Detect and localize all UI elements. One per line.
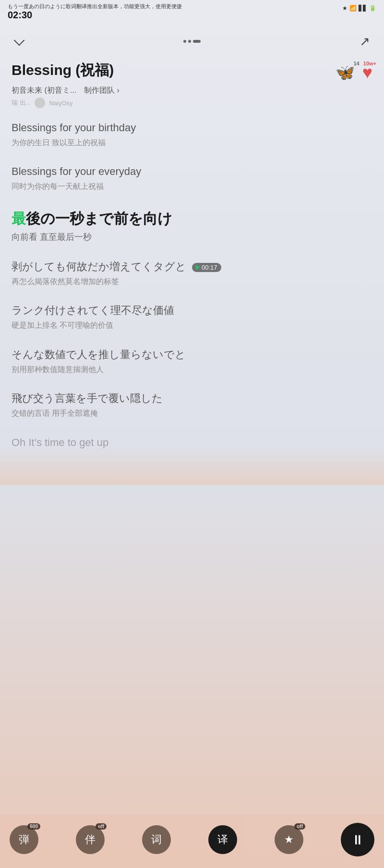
danmaku-badge: 600 [27, 823, 40, 830]
lyric-original-2: Blessings for your everyday [12, 163, 372, 179]
lyric-block-8: Oh It's time to get up [12, 434, 372, 450]
status-bar: もう一度あの日のように歌词翻译推出全新版本，功能更强大，使用更便捷 02:30 … [0, 0, 384, 27]
lyric-block-2: Blessings for your everyday 同时为你的每一天献上祝福 [12, 163, 372, 192]
status-left: もう一度あの日のように歌词翻译推出全新版本，功能更强大，使用更便捷 02:30 [8, 3, 182, 21]
words-icon: 词 [151, 832, 162, 847]
lyric-translation-7: 交错的言语 用手全部遮掩 [12, 408, 372, 419]
lyric-original-1: Blessings for your birthday [12, 120, 372, 136]
lyric-translation-6: 别用那种数值随意揣测他人 [12, 364, 372, 375]
lyric-original-8: Oh It's time to get up [12, 434, 372, 450]
song-title: Blessing (祝福) [12, 61, 336, 80]
heart-button[interactable]: ♥ 10w+ [362, 62, 372, 83]
bluetooth-icon: ★ [342, 5, 348, 12]
lyric-highlight: 最 [12, 211, 26, 226]
lyric-block-6: そんな数値で人を推し量らないでと 别用那种数值随意揣测他人 [12, 347, 372, 375]
accompaniment-badge: off [96, 823, 107, 830]
back-button[interactable] [10, 32, 29, 51]
lyric-original-7: 飛び交う言葉を手で覆い隠した [12, 390, 372, 406]
lyrics-fade [0, 446, 384, 485]
star-button[interactable]: ★ off [275, 825, 303, 854]
nav-dots[interactable] [183, 40, 201, 43]
lyric-block-5: ランク付けされてく理不尽な価値 硬是加上排名 不可理喻的价值 [12, 302, 372, 331]
star-icon-circle: ★ off [275, 825, 303, 854]
lyric-rest: 後の一秒まで前を向け [26, 211, 172, 226]
battery-icon: 🔋 [369, 5, 376, 12]
lyric-block-7: 飛び交う言葉を手で覆い隠した 交错的言语 用手全部遮掩 [12, 390, 372, 419]
lyric-original-4: 剥がしても何故だか増えてくタグと [12, 259, 186, 274]
butterfly-button[interactable]: 🦋 14 [336, 63, 355, 82]
lyric-translation-2: 同时为你的每一天献上祝福 [12, 181, 372, 192]
dot-1 [183, 40, 186, 43]
share-icon: ↗︎ [360, 34, 370, 49]
lyric-with-badge-4: 剥がしても何故だか増えてくタグと 00:17 [12, 259, 372, 276]
translate-button[interactable]: 译 [208, 825, 237, 854]
production-team-button[interactable]: 制作团队 › [84, 86, 120, 96]
lyric-block-4: 剥がしても何故だか増えてくタグと 00:17 再怎么揭落依然莫名增加的标签 [12, 259, 372, 287]
artist-name: 初音未来 (初音ミ... [12, 86, 76, 96]
lyric-translation-4: 再怎么揭落依然莫名增加的标签 [12, 276, 372, 287]
lyric-original-3: 最後の一秒まで前を向け [12, 208, 372, 229]
play-pause-button[interactable]: ⏸ [341, 823, 374, 856]
heart-count: 10w+ [363, 61, 376, 66]
lyric-original-6: そんな数値で人を推し量らないでと [12, 347, 372, 362]
play-triangle-icon [196, 265, 200, 270]
translate-icon: 译 [217, 832, 228, 847]
song-actions: 🦋 14 ♥ 10w+ [336, 62, 372, 83]
butterfly-icon: 🦋 [336, 63, 355, 82]
song-title-row: Blessing (祝福) 🦋 14 ♥ 10w+ [12, 61, 372, 83]
lyrics-container: Blessings for your birthday 为你的生日 致以至上的祝… [0, 116, 384, 450]
artist-avatar-row: 瑞 出... NaiyOsy [12, 98, 372, 108]
lyric-translation-1: 为你的生日 致以至上的祝福 [12, 137, 372, 148]
accompaniment-icon: 伴 [85, 832, 96, 847]
translate-icon-circle: 译 [208, 825, 237, 854]
star-icon: ★ [284, 833, 294, 846]
lyric-block-1: Blessings for your birthday 为你的生日 致以至上的祝… [12, 120, 372, 148]
artist-credit: 瑞 出... [12, 99, 31, 107]
nav-bar: ↗︎ [0, 27, 384, 56]
chevron-down-icon [14, 35, 25, 46]
play-pause-icon: ⏸ [351, 832, 364, 848]
share-button[interactable]: ↗︎ [355, 32, 374, 51]
accompaniment-icon-circle: 伴 off [76, 825, 105, 854]
status-notification: もう一度あの日のように歌词翻译推出全新版本，功能更强大，使用更便捷 [8, 3, 182, 10]
butterfly-count: 14 [353, 61, 359, 66]
bottom-toolbar: 弾 600 伴 off 词 译 ★ off ⏸ [0, 815, 384, 868]
lyric-block-3: 最後の一秒まで前を向け 向前看 直至最后一秒 [12, 208, 372, 243]
avatar [35, 98, 45, 108]
accompaniment-button[interactable]: 伴 off [76, 825, 105, 854]
danmaku-button[interactable]: 弾 600 [10, 825, 38, 854]
lyric-translation-5: 硬是加上排名 不可理喻的价值 [12, 320, 372, 331]
song-artist: 初音未来 (初音ミ... 制作团队 › [12, 86, 372, 96]
danmaku-icon: 弾 [19, 832, 29, 847]
dot-2 [188, 40, 191, 43]
production-team-label: 制作团队 › [84, 86, 120, 96]
danmaku-icon-circle: 弾 600 [10, 825, 38, 854]
time-badge-4[interactable]: 00:17 [192, 263, 221, 272]
star-badge: off [294, 823, 305, 830]
signal-icon: ▋▋ [359, 5, 367, 12]
wifi-icon: 📶 [349, 5, 357, 12]
time-badge-label: 00:17 [202, 264, 217, 271]
words-icon-circle: 词 [142, 825, 171, 854]
status-icons: ★ 📶 ▋▋ 🔋 [342, 5, 376, 12]
lyric-original-5: ランク付けされてく理不尽な価値 [12, 302, 372, 318]
song-header: Blessing (祝福) 🦋 14 ♥ 10w+ 初音未来 (初音ミ... 制… [0, 56, 384, 116]
lyric-translation-3: 向前看 直至最后一秒 [12, 231, 372, 243]
status-time: 02:30 [8, 10, 182, 21]
dot-dash [193, 40, 201, 43]
avatar-name: NaiyOsy [49, 99, 72, 107]
words-button[interactable]: 词 [142, 825, 171, 854]
